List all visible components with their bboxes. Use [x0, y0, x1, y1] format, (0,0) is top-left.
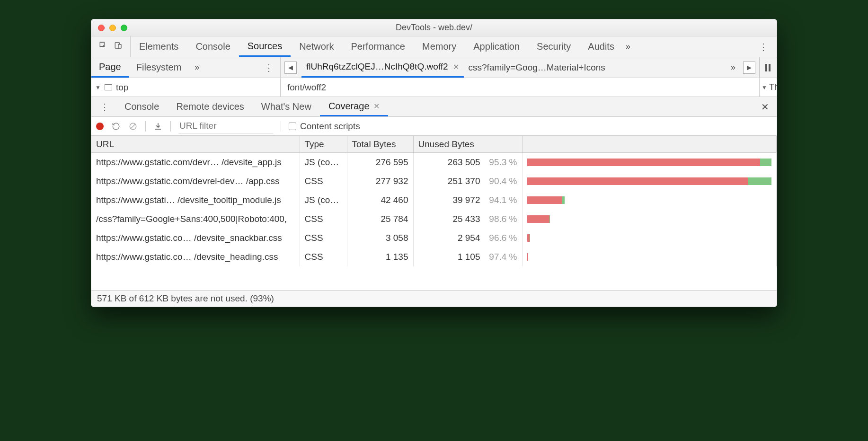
more-navigator-tabs-icon[interactable]: » [192, 62, 202, 72]
device-toolbar-icon[interactable] [114, 41, 123, 52]
cell-unused: 39 97294.1 % [413, 191, 522, 210]
col-header-type[interactable]: Type [300, 136, 347, 153]
navigator-menu-icon[interactable]: ⋮ [257, 62, 280, 73]
drawer-tab-console[interactable]: Console [116, 97, 168, 116]
cell-url: https://www.gstatic.com/devrel-dev… /app… [91, 172, 300, 191]
sources-subheader: PageFilesystem » ⋮ ◀ flUhRq6tzZclQEJ…NcI… [91, 57, 777, 78]
drawer-tabs: ⋮ ConsoleRemote devicesWhat's NewCoverag… [91, 97, 777, 117]
devtools-window: DevTools - web.dev/ ElementsConsoleSourc… [91, 19, 777, 307]
coverage-table: URL Type Total Bytes Unused Bytes https:… [91, 136, 777, 266]
content-mime-label: font/woff2 [287, 82, 326, 93]
toolbar-separator [170, 121, 171, 132]
tab-memory[interactable]: Memory [414, 36, 465, 57]
tree-root-label: top [116, 82, 128, 93]
cell-url: /css?family=Google+Sans:400,500|Roboto:4… [91, 210, 300, 229]
cell-usage-bar [522, 172, 777, 191]
cell-unused: 251 37090.4 % [413, 172, 522, 191]
url-filter-input[interactable] [178, 119, 273, 133]
drawer-tab-label: Console [124, 101, 159, 112]
table-row[interactable]: https://www.gstatic.com/devrel-dev… /app… [91, 172, 777, 191]
drawer-tab-coverage[interactable]: Coverage✕ [320, 97, 388, 116]
cell-usage-bar [522, 210, 777, 229]
disclosure-triangle-icon: ▼ [95, 84, 101, 91]
summary-text: 571 KB of 612 KB bytes are not used. (93… [97, 293, 274, 303]
cell-type: JS (coa… [300, 191, 347, 210]
threads-section[interactable]: ▼ Th [760, 78, 777, 97]
col-header-url[interactable]: URL [91, 136, 300, 153]
record-icon[interactable] [96, 123, 104, 130]
coverage-summary: 571 KB of 612 KB bytes are not used. (93… [91, 290, 777, 307]
drawer-tab-what-s-new[interactable]: What's New [253, 97, 320, 116]
cell-usage-bar [522, 229, 777, 247]
tab-elements[interactable]: Elements [131, 36, 187, 57]
cell-unused: 2 95496.6 % [413, 229, 522, 247]
table-row[interactable]: /css?family=Google+Sans:400,500|Roboto:4… [91, 210, 777, 229]
cell-unused: 25 43398.6 % [413, 210, 522, 229]
coverage-toolbar: Content scripts [91, 117, 777, 136]
col-header-unused[interactable]: Unused Bytes [413, 136, 522, 153]
devtools-panel-tabs: ElementsConsoleSourcesNetworkPerformance… [91, 36, 777, 57]
cell-type: CSS [300, 229, 347, 247]
cell-usage-bar [522, 247, 777, 266]
content-scripts-label: Content scripts [300, 121, 360, 132]
pause-icon [765, 64, 772, 71]
content-scripts-checkbox[interactable]: Content scripts [289, 121, 360, 132]
cell-unused: 1 10597.4 % [413, 247, 522, 266]
debugger-pause-button[interactable] [760, 57, 777, 78]
table-row[interactable]: https://www.gstatic.com/devr… /devsite_a… [91, 153, 777, 172]
cell-usage-bar [522, 191, 777, 210]
toolbar-separator [145, 121, 146, 132]
navigator-tab-filesystem[interactable]: Filesystem [129, 57, 189, 78]
table-row[interactable]: https://www.gstati… /devsite_tooltip_mod… [91, 191, 777, 210]
close-icon[interactable]: ✕ [373, 102, 380, 111]
file-tab-label: flUhRq6tzZclQEJ…NcIhQ8tQ.woff2 [306, 62, 448, 72]
file-tree-root[interactable]: ▼ top [91, 78, 281, 97]
tab-sources[interactable]: Sources [239, 36, 291, 57]
drawer-tab-label: What's New [261, 101, 311, 112]
more-files-icon[interactable]: » [728, 62, 738, 72]
cell-unused: 263 50595.3 % [413, 153, 522, 172]
next-file-icon[interactable]: ▶ [743, 62, 755, 74]
table-row[interactable]: https://www.gstatic.co… /devsite_heading… [91, 247, 777, 266]
threads-label: Th [769, 82, 777, 92]
cell-total: 277 932 [347, 172, 413, 191]
tab-audits[interactable]: Audits [579, 36, 623, 57]
tab-application[interactable]: Application [465, 36, 528, 57]
drawer-tab-label: Remote devices [176, 101, 244, 112]
cell-type: CSS [300, 247, 347, 266]
col-header-total[interactable]: Total Bytes [347, 136, 413, 153]
inspect-element-icon[interactable] [99, 41, 107, 52]
tab-console[interactable]: Console [187, 36, 239, 57]
drawer-tab-remote-devices[interactable]: Remote devices [168, 97, 252, 116]
navigator-tab-page[interactable]: Page [91, 57, 129, 78]
source-content: font/woff2 [281, 78, 760, 97]
sources-body-row: ▼ top font/woff2 ▼ Th [91, 78, 777, 97]
cell-total: 42 460 [347, 191, 413, 210]
cell-url: https://www.gstatic.co… /devsite_heading… [91, 247, 300, 266]
disclosure-triangle-icon: ▼ [762, 84, 767, 91]
reload-icon[interactable] [111, 122, 121, 131]
cell-total: 1 135 [347, 247, 413, 266]
more-tabs-icon[interactable]: » [623, 42, 633, 52]
svg-rect-1 [118, 44, 121, 48]
tab-performance[interactable]: Performance [343, 36, 414, 57]
file-tab[interactable]: flUhRq6tzZclQEJ…NcIhQ8tQ.woff2✕ [301, 57, 464, 78]
col-header-visual[interactable] [522, 136, 777, 153]
drawer-tab-label: Coverage [328, 101, 370, 112]
export-icon[interactable] [153, 122, 163, 131]
window-title: DevTools - web.dev/ [91, 23, 777, 33]
drawer-menu-icon[interactable]: ⋮ [93, 101, 116, 113]
tab-network[interactable]: Network [291, 36, 342, 57]
cell-total: 276 595 [347, 153, 413, 172]
table-row[interactable]: https://www.gstatic.co… /devsite_snackba… [91, 229, 777, 247]
cell-total: 3 058 [347, 229, 413, 247]
drawer-close-icon[interactable]: ✕ [753, 101, 777, 113]
tab-security[interactable]: Security [528, 36, 579, 57]
file-tab[interactable]: css?family=Goog…Material+Icons [464, 57, 610, 78]
clear-icon[interactable] [128, 122, 138, 131]
table-header-row: URL Type Total Bytes Unused Bytes [91, 136, 777, 153]
devtools-menu-icon[interactable]: ⋮ [750, 41, 777, 53]
close-icon[interactable]: ✕ [453, 62, 459, 71]
prev-file-icon[interactable]: ◀ [284, 62, 297, 74]
navigator-tabs: PageFilesystem » ⋮ [91, 57, 281, 78]
